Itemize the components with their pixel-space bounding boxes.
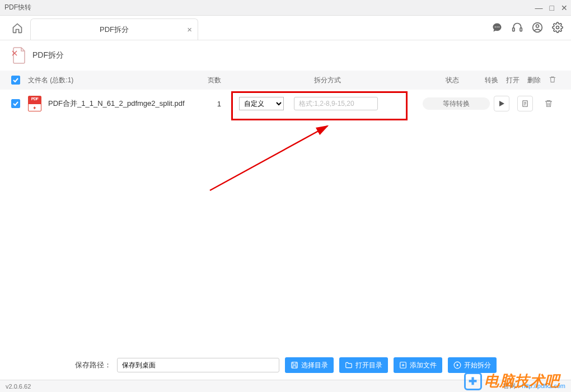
- section-header: PDF拆分: [0, 40, 571, 71]
- minimize-button[interactable]: —: [535, 3, 543, 12]
- filename: PDF合并_1_1_N_61_2_pdfmge2_split.pdf: [48, 99, 185, 109]
- row-checkbox[interactable]: [11, 99, 20, 108]
- save-icon: [291, 361, 298, 369]
- col-filename: 文件名 (总数:1): [28, 76, 199, 85]
- add-file-button[interactable]: 添加文件: [394, 357, 442, 373]
- svg-point-1: [497, 26, 498, 27]
- section-title: PDF拆分: [32, 50, 64, 60]
- titlebar: PDF快转 — □ ✕: [0, 0, 571, 16]
- play-icon: [453, 361, 461, 369]
- window-controls: — □ ✕: [535, 0, 568, 16]
- plus-icon: [399, 361, 407, 369]
- col-pages: 页数: [199, 76, 232, 85]
- site-info: 官网：http://pdfkz.com: [503, 382, 565, 390]
- delete-all-icon[interactable]: [549, 76, 556, 85]
- col-convert: 转换: [485, 76, 498, 85]
- footer: 保存路径： 选择目录 打开目录 添加文件 开始拆分: [0, 352, 571, 379]
- svg-rect-3: [513, 28, 514, 31]
- svg-point-2: [499, 26, 500, 27]
- col-split-method: 拆分方式: [232, 76, 423, 85]
- gear-icon[interactable]: [552, 22, 563, 35]
- table-row: PDF合并_1_1_N_61_2_pdfmge2_split.pdf 1 自定义…: [0, 90, 571, 118]
- window-title: PDF快转: [4, 3, 31, 12]
- svg-point-6: [536, 25, 539, 27]
- tab-pdf-split[interactable]: PDF拆分 ×: [30, 18, 198, 40]
- delete-button[interactable]: [541, 96, 556, 111]
- open-dir-button[interactable]: 打开目录: [339, 357, 388, 373]
- header-actions: [492, 22, 563, 35]
- svg-rect-13: [291, 362, 297, 368]
- pdf-split-icon: [11, 46, 27, 64]
- split-mode-select[interactable]: 自定义: [239, 97, 284, 110]
- maximize-button[interactable]: □: [550, 3, 554, 12]
- svg-point-7: [556, 26, 559, 29]
- table-header: 文件名 (总数:1) 页数 拆分方式 状态 转换 打开 删除: [0, 71, 571, 90]
- convert-button[interactable]: [494, 96, 509, 111]
- svg-line-12: [210, 126, 327, 190]
- tab-label: PDF拆分: [100, 25, 129, 35]
- version-label: v2.0.6.62: [6, 383, 31, 390]
- site-link[interactable]: http://pdfkz.com: [522, 382, 565, 389]
- col-open: 打开: [506, 76, 519, 85]
- pdf-file-icon: [28, 96, 41, 111]
- save-path-label: 保存路径：: [75, 360, 111, 370]
- start-split-button[interactable]: 开始拆分: [448, 357, 497, 373]
- page-range-input[interactable]: [294, 97, 378, 110]
- svg-point-0: [495, 26, 496, 27]
- open-button[interactable]: [517, 96, 533, 111]
- svg-rect-4: [520, 28, 522, 31]
- home-icon: [12, 22, 23, 34]
- status-badge: 等待转换: [423, 97, 490, 110]
- col-status: 状态: [423, 76, 481, 85]
- page-count: 1: [199, 100, 232, 108]
- statusbar: v2.0.6.62 官网：http://pdfkz.com: [0, 380, 571, 392]
- annotation-arrow: [207, 120, 336, 193]
- headset-icon[interactable]: [512, 22, 523, 35]
- chat-icon[interactable]: [492, 22, 503, 35]
- choose-dir-button[interactable]: 选择目录: [285, 357, 334, 373]
- select-all-checkbox[interactable]: [11, 76, 20, 85]
- home-button[interactable]: [8, 18, 27, 38]
- toolbar: PDF拆分 ×: [0, 16, 571, 40]
- user-icon[interactable]: [532, 22, 543, 35]
- save-path-input[interactable]: [117, 358, 279, 372]
- folder-icon: [345, 361, 353, 369]
- close-button[interactable]: ✕: [561, 3, 568, 12]
- col-delete: 删除: [527, 76, 541, 85]
- tab-close-button[interactable]: ×: [187, 25, 192, 34]
